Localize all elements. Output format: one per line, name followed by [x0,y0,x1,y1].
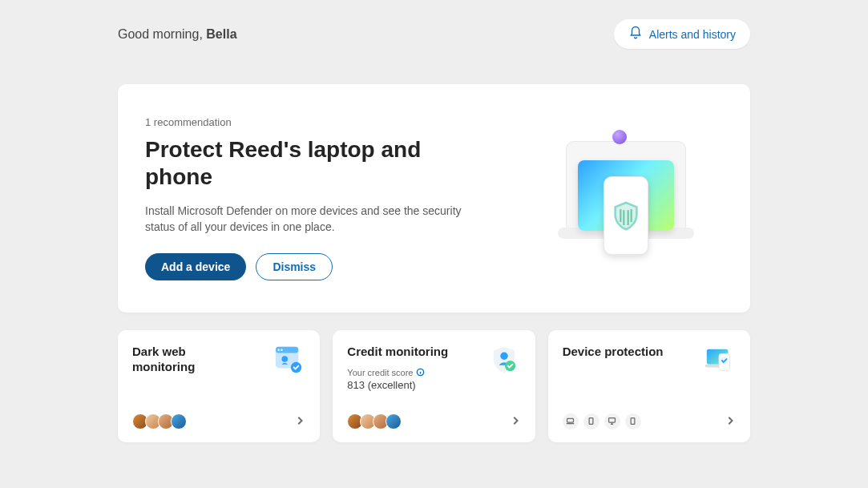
device-checked-icon [704,345,734,375]
cards-row: Dark web monitoring [118,330,750,442]
chevron-right-icon [296,414,304,429]
avatar [171,413,187,430]
svg-point-7 [500,352,508,360]
recommendation-count: 1 recommendation [145,116,482,128]
shield-icon [613,200,639,231]
member-avatars [132,413,187,430]
browser-profile-check-icon [273,345,304,375]
info-icon [416,368,425,377]
svg-point-3 [281,349,283,350]
add-device-button[interactable]: Add a device [145,253,246,280]
credit-monitoring-card[interactable]: Credit monitoring Your credit score 813 … [333,330,535,442]
hero-description: Install Microsoft Defender on more devic… [145,203,482,236]
user-name: Bella [206,27,236,41]
card-title: Dark web monitoring [132,345,236,375]
svg-rect-14 [589,418,593,425]
recommendation-hero: 1 recommendation Protect Reed's laptop a… [118,84,750,313]
devices-illustration [550,130,710,266]
shield-profile-check-icon [489,345,519,375]
card-title: Device protection [563,345,664,360]
header: Good morning, Bella Alerts and history [118,19,750,49]
alerts-label: Alerts and history [649,28,736,41]
avatar [386,413,402,430]
dark-web-monitoring-card[interactable]: Dark web monitoring [118,330,320,442]
chevron-right-icon [726,414,734,429]
laptop-icon [563,413,579,430]
device-protection-card[interactable]: Device protection [548,330,750,442]
svg-rect-13 [567,419,574,423]
svg-point-2 [278,349,280,350]
credit-score-label: Your credit score [347,368,448,377]
alerts-and-history-button[interactable]: Alerts and history [614,19,750,49]
greeting-prefix: Good morning, [118,27,206,41]
svg-rect-15 [609,418,616,423]
dismiss-button[interactable]: Dismiss [256,253,333,280]
hero-title: Protect Reed's laptop and phone [145,136,482,190]
chevron-right-icon [511,414,519,429]
phone-icon [625,413,641,430]
svg-rect-16 [631,418,635,425]
bell-icon [628,26,643,42]
credit-score-value: 813 (excellent) [347,379,448,391]
greeting: Good morning, Bella [118,27,237,42]
member-avatars [347,413,402,430]
device-type-chips [563,413,641,430]
monitor-icon [604,413,620,430]
phone-icon [583,413,600,430]
svg-point-4 [282,356,289,362]
card-title: Credit monitoring [347,345,448,360]
